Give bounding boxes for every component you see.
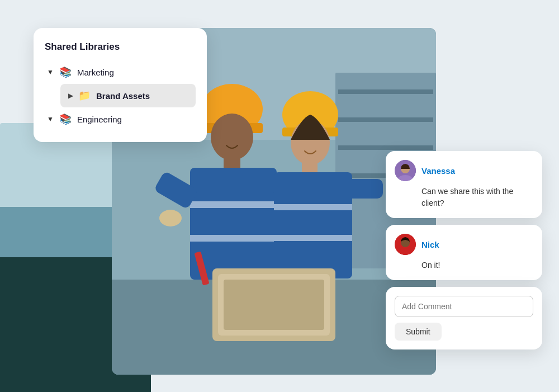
chevron-down-icon: ▼: [47, 68, 54, 76]
svg-rect-23: [302, 161, 318, 173]
nick-comment-header: Nick: [395, 234, 533, 255]
add-comment-card: Submit: [386, 287, 542, 350]
nick-comment-text: On it!: [421, 259, 533, 271]
engineering-label: Engineering: [77, 115, 122, 124]
svg-rect-5: [338, 117, 433, 122]
nick-comment-card: Nick On it!: [386, 225, 542, 280]
svg-point-17: [159, 210, 182, 226]
svg-point-11: [211, 114, 253, 160]
vanessa-comment-card: Vanessa Can we share this with the clien…: [386, 151, 542, 218]
vanessa-comment-text: Can we share this with the client?: [421, 186, 533, 209]
svg-rect-6: [338, 145, 433, 150]
svg-rect-26: [274, 235, 352, 241]
marketing-label: Marketing: [77, 68, 114, 77]
svg-rect-24: [274, 172, 352, 278]
comment-input[interactable]: [395, 296, 533, 317]
libraries-card: Shared Libraries ▼ 📚 Marketing ▶ 📁 Brand…: [34, 28, 207, 142]
folder-icon: 📁: [78, 89, 91, 102]
nick-name: Nick: [421, 240, 439, 249]
brand-assets-row[interactable]: ▶ 📁 Brand Assets: [60, 84, 196, 107]
submit-button[interactable]: Submit: [395, 323, 442, 341]
vanessa-comment-header: Vanessa: [395, 160, 533, 181]
chevron-right-icon: ▶: [68, 92, 73, 100]
avatar-nick: [395, 234, 416, 255]
sidebar-item-marketing[interactable]: ▼ 📚 Marketing: [45, 63, 196, 82]
brand-assets-label: Brand Assets: [96, 91, 150, 101]
library-icon-eng: 📚: [59, 113, 72, 125]
chevron-down-icon-eng: ▼: [47, 115, 54, 123]
library-icon: 📚: [59, 66, 72, 78]
comments-panel: Vanessa Can we share this with the clien…: [386, 151, 542, 350]
svg-rect-4: [338, 89, 433, 94]
avatar-vanessa: [395, 160, 416, 181]
svg-rect-14: [190, 201, 277, 208]
svg-rect-30: [224, 280, 324, 330]
sidebar-item-engineering[interactable]: ▼ 📚 Engineering: [45, 110, 196, 129]
svg-rect-15: [190, 235, 277, 242]
libraries-title: Shared Libraries: [45, 41, 196, 53]
svg-rect-27: [347, 179, 383, 199]
svg-rect-25: [274, 204, 352, 210]
vanessa-name: Vanessa: [421, 166, 455, 176]
